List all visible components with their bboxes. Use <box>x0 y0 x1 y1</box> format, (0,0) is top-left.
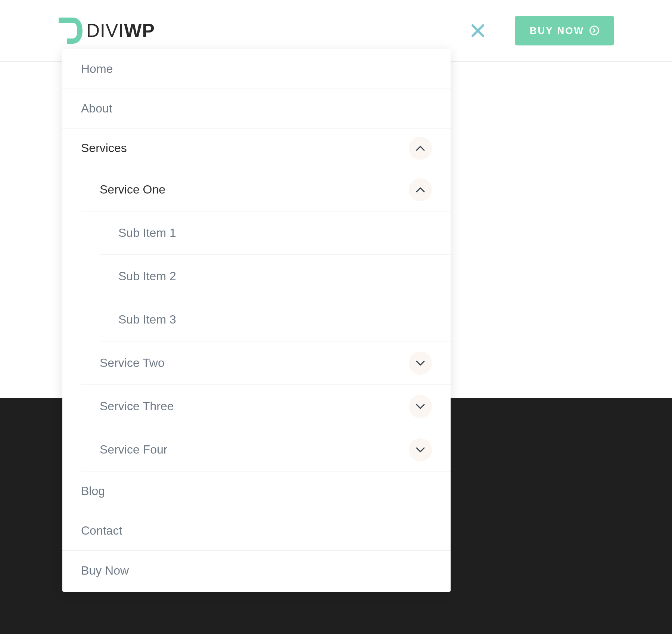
subsub-item-label: Sub Item 2 <box>118 269 176 283</box>
chevron-down-icon <box>416 361 425 366</box>
submenu-item-service-two[interactable]: Service Two <box>81 341 451 385</box>
expand-toggle[interactable] <box>409 395 432 418</box>
menu-item-buy-now[interactable]: Buy Now <box>62 551 451 590</box>
logo-text-part2: WP <box>124 20 155 41</box>
menu-item-label: Services <box>81 141 127 155</box>
subsub-item-2[interactable]: Sub Item 2 <box>100 255 451 298</box>
chevron-up-icon <box>416 146 425 151</box>
menu-close-button[interactable] <box>469 21 487 40</box>
menu-item-about[interactable]: About <box>62 89 451 129</box>
menu-item-contact[interactable]: Contact <box>62 511 451 551</box>
submenu-item-service-three[interactable]: Service Three <box>81 385 451 428</box>
expand-toggle[interactable] <box>409 438 432 461</box>
subsub-item-label: Sub Item 3 <box>118 313 176 327</box>
arrow-circle-icon <box>589 26 599 35</box>
logo-text: DIVIWP <box>86 21 155 40</box>
logo-text-part1: DIVI <box>86 20 124 41</box>
subsub-item-3[interactable]: Sub Item 3 <box>100 298 451 341</box>
services-submenu: Service One Sub Item 1 Sub Item 2 Sub It… <box>62 168 451 471</box>
chevron-down-icon <box>416 404 425 409</box>
menu-item-label: About <box>81 102 112 115</box>
chevron-up-icon <box>416 187 425 192</box>
collapse-toggle[interactable] <box>409 178 432 201</box>
submenu-item-label: Service Three <box>100 399 174 413</box>
menu-item-blog[interactable]: Blog <box>62 471 451 511</box>
submenu-item-label: Service Two <box>100 356 165 370</box>
menu-item-label: Buy Now <box>81 564 129 578</box>
submenu-item-label: Service Four <box>100 443 167 457</box>
logo-mark-icon <box>58 17 83 44</box>
menu-item-services[interactable]: Services <box>62 129 451 168</box>
menu-item-label: Contact <box>81 524 122 538</box>
expand-toggle[interactable] <box>409 352 432 375</box>
menu-item-home[interactable]: Home <box>62 49 451 89</box>
subsub-item-1[interactable]: Sub Item 1 <box>100 211 451 255</box>
collapse-toggle[interactable] <box>409 137 432 160</box>
buy-now-button[interactable]: BUY NOW <box>515 16 614 45</box>
submenu-item-service-four[interactable]: Service Four <box>81 428 451 471</box>
submenu-item-service-one[interactable]: Service One <box>81 168 451 211</box>
buy-now-label: BUY NOW <box>530 25 584 36</box>
submenu-item-label: Service One <box>100 183 165 197</box>
close-icon <box>470 23 485 38</box>
menu-item-label: Home <box>81 62 113 76</box>
menu-item-label: Blog <box>81 484 105 498</box>
chevron-down-icon <box>416 447 425 452</box>
site-logo[interactable]: DIVIWP <box>58 17 155 44</box>
subsub-item-label: Sub Item 1 <box>118 226 176 240</box>
mobile-menu-panel: Home About Services Service One Sub Item… <box>62 49 451 592</box>
